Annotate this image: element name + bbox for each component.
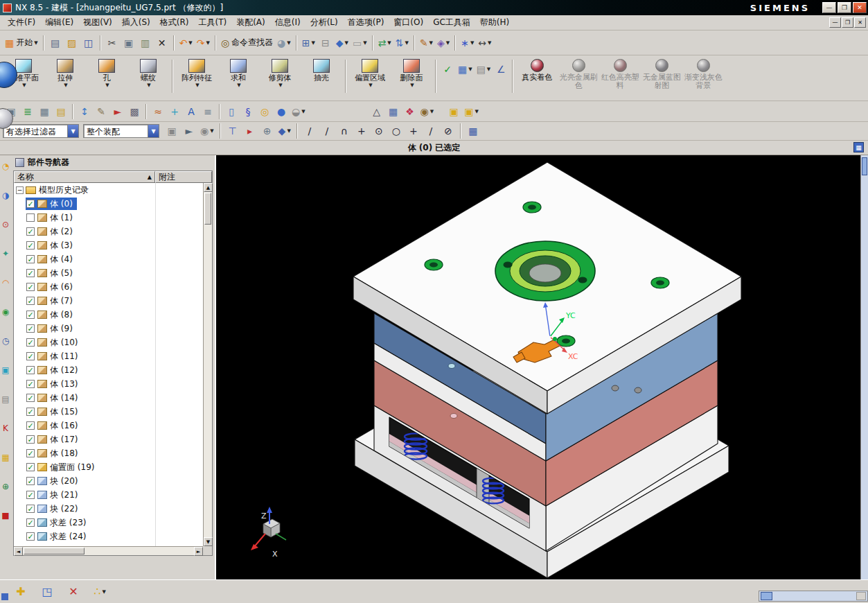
touch-mode-button[interactable]: ◕▼: [275, 35, 293, 51]
unite-button[interactable]: 求和▼: [218, 55, 259, 97]
orient-view-button[interactable]: ⇄▼: [376, 35, 393, 51]
view-cube-button[interactable]: ◆▼: [334, 35, 351, 51]
undo-button[interactable]: ↶▼: [177, 35, 195, 51]
apply-check-button[interactable]: ✓: [439, 61, 456, 78]
dropdown-arrow-icon[interactable]: ▼: [102, 589, 105, 595]
pattern-feature-button[interactable]: 阵列特征▼: [176, 55, 218, 97]
degrees-of-freedom-button[interactable]: ✕: [65, 584, 82, 600]
cut-button[interactable]: ✂: [104, 35, 121, 51]
scroll-right-icon[interactable]: ►: [194, 547, 203, 556]
tree-row[interactable]: ✓块 (22): [14, 502, 203, 516]
checkbox-checked[interactable]: ✓: [26, 532, 35, 541]
true-shading-button[interactable]: 真实着色: [516, 55, 558, 97]
tree-row[interactable]: ✓体 (6): [14, 280, 203, 294]
dropdown-arrow-icon[interactable]: ▼: [210, 128, 213, 134]
tree-item[interactable]: 体 (1): [26, 211, 77, 224]
tree-item[interactable]: ✓体 (3): [26, 239, 77, 252]
palette-tab[interactable]: ▣: [1, 365, 10, 376]
selection-filter-dropdown[interactable]: 有选择过滤器 ▼: [3, 124, 79, 138]
checkbox-checked[interactable]: ✓: [26, 269, 35, 277]
menu-item-13[interactable]: 帮助(H): [475, 15, 514, 30]
checkbox-checked[interactable]: ✓: [26, 255, 35, 263]
dropdown-arrow-icon[interactable]: ▼: [64, 82, 67, 88]
snap-circle-toggle[interactable]: ○: [388, 123, 405, 139]
menu-item-5[interactable]: 格式(R): [155, 15, 194, 30]
dropdown-arrow-icon[interactable]: ▼: [405, 40, 408, 46]
dropdown-arrow-icon[interactable]: ▼: [188, 40, 192, 46]
checkbox-checked[interactable]: ✓: [26, 366, 35, 374]
measure-distance-button[interactable]: ↔▼: [476, 35, 493, 51]
tree-row[interactable]: ✓体 (7): [14, 294, 203, 308]
dropdown-arrow-icon[interactable]: ▼: [475, 109, 478, 114]
tree-item[interactable]: ✓体 (18): [26, 447, 82, 460]
mdi-minimize-button[interactable]: —: [829, 17, 841, 28]
menu-item-1[interactable]: 文件(F): [3, 15, 40, 30]
tree-vscrollbar[interactable]: ▲ ▼: [203, 183, 212, 546]
flag-note-button[interactable]: ►: [109, 103, 126, 120]
scroll-down-icon[interactable]: ▼: [204, 537, 213, 546]
dropdown-arrow-icon[interactable]: ▼: [34, 40, 37, 46]
tree-item[interactable]: ✓体 (6): [26, 281, 77, 293]
graphics-viewport[interactable]: YC XC Z X: [216, 155, 868, 579]
checkbox-checked[interactable]: ✓: [26, 241, 35, 250]
wcs-triad[interactable]: Z X: [251, 507, 286, 559]
tree-vscroll-thumb[interactable]: [204, 193, 211, 225]
tree-item[interactable]: ✓体 (11): [26, 350, 82, 362]
tree-row[interactable]: ✓体 (2): [14, 225, 203, 238]
tree-item[interactable]: ✓体 (14): [26, 392, 82, 404]
dropdown-arrow-icon[interactable]: ▼: [429, 40, 433, 46]
start-button[interactable]: ▦开始▼: [3, 35, 40, 51]
dropdown-arrow-icon[interactable]: ▼: [470, 40, 474, 46]
drafting-sheet-button[interactable]: ▤: [53, 103, 69, 120]
checkbox-checked[interactable]: ✓: [26, 421, 35, 430]
checkbox-unchecked[interactable]: [26, 213, 35, 222]
mechanism-button[interactable]: ◉▼: [418, 103, 436, 120]
minimize-button[interactable]: —: [822, 2, 836, 13]
move-component-small-button[interactable]: ▤▼: [475, 61, 493, 78]
window-tile-button[interactable]: ◳: [39, 584, 55, 600]
triangle-mesh-button[interactable]: △: [369, 103, 385, 120]
highlight-select-button[interactable]: ◉▼: [198, 123, 216, 139]
checkbox-checked[interactable]: ✓: [26, 283, 35, 291]
menu-item-6[interactable]: 工具(T): [193, 15, 231, 30]
viewport-hscrollbar[interactable]: [759, 591, 868, 602]
tree-item[interactable]: ✓体 (4): [26, 253, 77, 265]
tree-row[interactable]: ✓体 (13): [14, 377, 203, 391]
point-dialog-button[interactable]: ∗▼: [459, 35, 476, 51]
dropdown-arrow-icon[interactable]: ▼: [387, 40, 391, 46]
snap-endpoint-toggle[interactable]: /: [319, 123, 335, 139]
snap-quadrant-toggle[interactable]: +: [405, 123, 422, 139]
history-tab[interactable]: ◷: [1, 335, 10, 347]
layer-settings-button[interactable]: ≣: [19, 103, 36, 120]
curve-tool-button[interactable]: ≈: [150, 103, 166, 120]
shell-button[interactable]: 抽壳: [301, 55, 342, 97]
snap-center-toggle[interactable]: ⊙: [371, 123, 387, 139]
dropdown-arrow-icon[interactable]: ▼: [345, 40, 348, 46]
menu-item-9[interactable]: 分析(L): [305, 15, 343, 30]
snap-existing-point-toggle[interactable]: /: [423, 123, 439, 139]
hole-button[interactable]: 孔▼: [86, 55, 127, 97]
tree-row[interactable]: ✓偏置面 (19): [14, 460, 203, 474]
checkbox-checked[interactable]: ✓: [26, 200, 35, 208]
constraints-small-button[interactable]: ∠: [493, 61, 509, 78]
checkbox-checked[interactable]: ✓: [26, 477, 35, 485]
menu-item-8[interactable]: 信息(I): [270, 15, 305, 30]
menu-item-2[interactable]: 编辑(E): [40, 15, 78, 30]
sketch-task-button[interactable]: ✎▼: [418, 35, 435, 51]
tree-row[interactable]: ✓体 (11): [14, 349, 203, 363]
dropdown-arrow-icon[interactable]: ▼: [287, 40, 290, 46]
dropdown-arrow-icon[interactable]: ▼: [22, 82, 26, 88]
tree-item[interactable]: ✓体 (15): [26, 405, 82, 418]
snap-arc-toggle[interactable]: ∩: [336, 123, 353, 139]
viewport-vscroll-thumb[interactable]: [862, 157, 867, 175]
checkbox-checked[interactable]: ✓: [26, 324, 35, 333]
k-tab[interactable]: K: [1, 423, 10, 434]
tree-item[interactable]: ✓体 (9): [26, 322, 77, 335]
tree-item[interactable]: ✓体 (10): [26, 336, 82, 349]
mdi-restore-button[interactable]: ❐: [842, 17, 853, 28]
assemblies-small-button[interactable]: ▦▼: [456, 61, 475, 78]
tree-item[interactable]: ✓体 (8): [26, 308, 77, 321]
checkbox-checked[interactable]: ✓: [26, 491, 35, 499]
checkbox-checked[interactable]: ✓: [26, 352, 35, 360]
tree-row[interactable]: ✓体 (0): [14, 197, 203, 211]
